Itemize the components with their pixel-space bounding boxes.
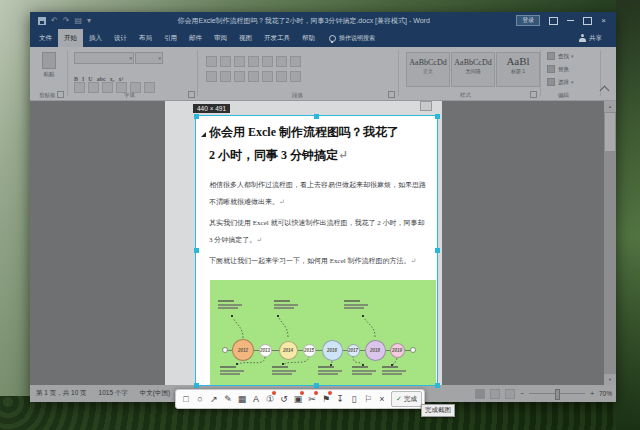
style-card[interactable]: AaBbCcDd无间隔 xyxy=(451,52,495,87)
ribbon-tab[interactable]: 插入 xyxy=(83,29,108,47)
record-tool[interactable]: ✂ xyxy=(305,391,319,407)
editing-item-3[interactable]: 选择▾ xyxy=(547,78,574,86)
scroll-capture-tool[interactable]: ▣ xyxy=(291,391,305,407)
arrow-tool[interactable]: ↗ xyxy=(207,391,221,407)
vertical-scrollbar[interactable]: ▲ ▼ xyxy=(604,101,616,385)
close-button[interactable]: × xyxy=(601,17,606,25)
font-size-combo[interactable]: ▾ xyxy=(135,52,163,64)
minimize-button[interactable] xyxy=(567,20,574,21)
ellipse-tool[interactable]: ○ xyxy=(193,391,207,407)
maximize-button[interactable] xyxy=(583,17,592,25)
ribbon-tab[interactable]: 审阅 xyxy=(208,29,233,47)
person-icon xyxy=(579,34,586,42)
ribbon-tab[interactable]: 布局 xyxy=(133,29,158,47)
editing-item-1[interactable]: 查找▾ xyxy=(547,52,574,60)
styles-dialog-launcher[interactable] xyxy=(530,91,537,98)
language-indicator[interactable]: 中文(中国) xyxy=(140,389,170,398)
signin-button[interactable]: 登录 xyxy=(516,15,540,26)
stamp-icon[interactable]: ▤ xyxy=(74,17,82,25)
selection-handle[interactable] xyxy=(435,114,440,119)
paragraph-button-icon[interactable] xyxy=(276,56,287,67)
close-tool[interactable]: × xyxy=(375,391,389,407)
paragraph-button-icon[interactable] xyxy=(206,71,217,82)
font-button-icon[interactable] xyxy=(102,82,113,93)
selection-handle[interactable] xyxy=(194,248,199,253)
save-icon[interactable] xyxy=(38,17,46,25)
font-dialog-launcher[interactable] xyxy=(188,91,195,98)
collapse-ribbon-icon[interactable] xyxy=(600,86,610,96)
ribbon-tab[interactable]: 帮助 xyxy=(296,29,321,47)
tell-me-box[interactable]: 操作说明搜索 xyxy=(329,34,375,43)
ribbon-tab[interactable]: 设计 xyxy=(108,29,133,47)
selection-handle[interactable] xyxy=(314,114,319,119)
zoom-out-button[interactable]: − xyxy=(520,390,524,397)
font-button-icon[interactable] xyxy=(88,82,99,93)
flowchart-image[interactable]: 20122013201420152016201720182019 xyxy=(210,280,436,385)
clipboard-dialog-launcher[interactable] xyxy=(57,91,64,98)
zoom-slider[interactable] xyxy=(529,393,585,394)
timeline-label-placeholder xyxy=(272,366,296,377)
save-tool[interactable]: ↧ xyxy=(333,391,347,407)
view-web-layout-button[interactable] xyxy=(490,389,500,399)
zoom-level[interactable]: 70% xyxy=(599,390,612,397)
undo-icon[interactable]: ↶ xyxy=(51,17,58,25)
snip-selection[interactable]: 你会用 Excle 制作流程图吗？我花了2 小时，同事 3 分钟搞定↵ 相信很多… xyxy=(196,116,437,385)
ribbon-tab[interactable]: 引用 xyxy=(158,29,183,47)
ribbon-tab[interactable]: 邮件 xyxy=(183,29,208,47)
selection-handle[interactable] xyxy=(194,114,199,119)
paragraph-button-icon[interactable] xyxy=(290,71,301,82)
paragraph-button-icon[interactable] xyxy=(234,56,245,67)
word-count[interactable]: 1015 个字 xyxy=(99,389,128,398)
editing-item-2[interactable]: 替换 xyxy=(547,65,569,73)
font-button-icon[interactable] xyxy=(74,82,85,93)
ribbon-tab[interactable]: 开始 xyxy=(58,29,83,47)
paste-button[interactable]: 粘贴 xyxy=(39,52,59,82)
paragraph-button-icon[interactable] xyxy=(262,56,273,67)
page-indicator[interactable]: 第 1 页，共 10 页 xyxy=(36,389,87,398)
paragraph-button-icon[interactable] xyxy=(206,56,217,67)
style-card[interactable]: AaBbCcDd正文 xyxy=(406,52,450,87)
counter-tool-glyph: ① xyxy=(266,394,274,404)
paragraph-button-icon[interactable] xyxy=(234,71,245,82)
device-tool[interactable]: ▯ xyxy=(347,391,361,407)
counter-tool[interactable]: ① xyxy=(263,391,277,407)
doc-heading: 你会用 Excle 制作流程图吗？我花了2 小时，同事 3 分钟搞定↵ xyxy=(209,121,427,167)
scrollbar-thumb[interactable] xyxy=(605,113,615,151)
paragraph-button-icon[interactable] xyxy=(220,56,231,67)
paragraph-dialog-launcher[interactable] xyxy=(388,91,395,98)
paragraph-button-icon[interactable] xyxy=(248,56,259,67)
selection-handle[interactable] xyxy=(435,383,440,388)
ribbon-tab[interactable]: 开发工具 xyxy=(258,29,296,47)
redo-icon[interactable]: ↷ xyxy=(63,17,70,25)
zoom-slider-thumb[interactable] xyxy=(555,389,560,400)
ribbon-display-options-icon[interactable] xyxy=(549,17,558,25)
paragraph-button-icon[interactable] xyxy=(290,56,301,67)
selection-handle[interactable] xyxy=(314,383,319,388)
paragraph-button-icon[interactable] xyxy=(262,71,273,82)
scroll-down-icon[interactable]: ▼ xyxy=(604,374,616,385)
undo-tool[interactable]: ↺ xyxy=(277,391,291,407)
scroll-up-icon[interactable]: ▲ xyxy=(604,101,616,112)
ribbon-tab[interactable]: 视图 xyxy=(233,29,258,47)
paragraph-button-icon[interactable] xyxy=(276,71,287,82)
share-button[interactable]: 共享 xyxy=(579,34,602,43)
paragraph-button-icon[interactable] xyxy=(220,71,231,82)
view-read-mode-button[interactable] xyxy=(505,389,515,399)
font-button-icon[interactable] xyxy=(144,82,155,93)
ribbon-tab[interactable]: 文件 xyxy=(33,29,58,47)
font-name-combo[interactable]: ▾ xyxy=(74,52,134,64)
paragraph-button-icon[interactable] xyxy=(248,71,259,82)
mosaic-tool[interactable]: ▦ xyxy=(235,391,249,407)
selection-handle[interactable] xyxy=(435,248,440,253)
zoom-in-button[interactable]: + xyxy=(590,390,594,397)
done-button[interactable]: ✓ 完成 xyxy=(391,391,422,407)
bookmark-tool-glyph: ⚐ xyxy=(364,394,372,404)
style-card[interactable]: AaBl标题 1 xyxy=(496,52,540,87)
bookmark-tool[interactable]: ⚐ xyxy=(361,391,375,407)
selection-handle[interactable] xyxy=(194,383,199,388)
rect-tool[interactable]: □ xyxy=(179,391,193,407)
pen-tool[interactable]: ✎ xyxy=(221,391,235,407)
text-tool[interactable]: A xyxy=(249,391,263,407)
pin-tool[interactable]: ⚑ xyxy=(319,391,333,407)
view-print-layout-button[interactable] xyxy=(475,389,485,399)
